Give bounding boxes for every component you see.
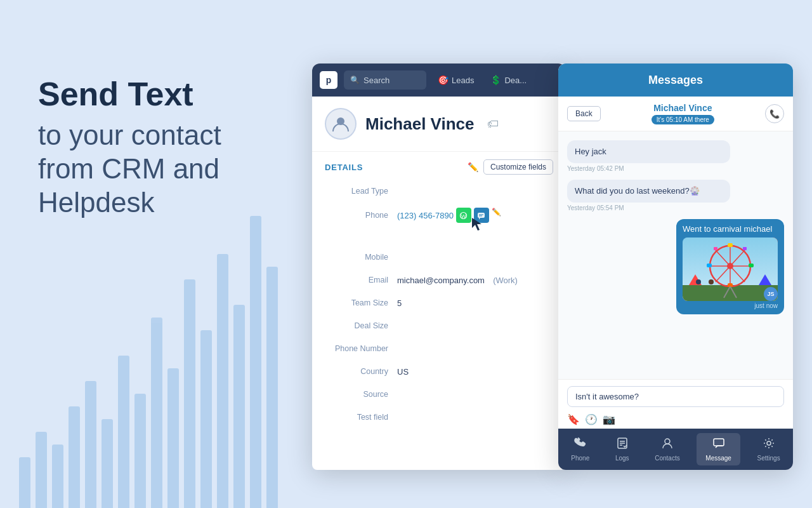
chat-message-2: What did you do last weekend?🎡 Yesterday…	[567, 180, 784, 211]
svg-rect-20	[743, 247, 747, 250]
field-country: Country US	[312, 360, 566, 383]
customize-fields-button[interactable]: Customize fields	[483, 159, 553, 175]
svg-rect-15	[728, 243, 733, 247]
details-label: DETAILS	[325, 163, 363, 172]
nav-message-label: Message	[705, 455, 731, 462]
field-value-email: michael@company.com (Work)	[397, 276, 518, 285]
nav-phone[interactable]: Phone	[562, 433, 598, 465]
back-button[interactable]: Back	[567, 106, 601, 121]
message-nav-icon	[712, 437, 725, 453]
messages-window: Messages Back Michael Vince It's 05:10 A…	[558, 64, 793, 470]
messages-title: Messages	[648, 74, 703, 87]
field-value-country: US	[397, 367, 409, 377]
chat-text-2: What did you do last weekend?🎡	[575, 186, 700, 196]
crm-window: p 🔍 Search 🎯 Leads 💲 Dea... Michael Vinc…	[312, 64, 566, 470]
nav-phone-label: Phone	[571, 455, 589, 462]
contact-header: Michael Vince 🏷	[312, 97, 566, 152]
crm-search-bar[interactable]: 🔍 Search	[344, 70, 426, 90]
message-input[interactable]	[567, 386, 784, 407]
field-label-email: Email	[325, 276, 388, 284]
whatsapp-icon[interactable]: W	[456, 208, 471, 223]
msg-contact-name: Michael Vince	[652, 103, 714, 113]
nav-item-deals[interactable]: 💲 Dea...	[485, 72, 532, 88]
contact-name: Michael Vince	[365, 114, 475, 134]
svg-rect-32	[714, 439, 724, 446]
tag-icon: 🏷	[487, 117, 499, 131]
clock-tool-icon[interactable]: 🕐	[585, 413, 598, 425]
nav-contacts[interactable]: Contacts	[646, 433, 688, 465]
field-label-test: Test field	[325, 413, 388, 422]
field-test: Test field	[312, 406, 566, 429]
hero-title-bold: Send Text	[38, 76, 292, 112]
field-value-phone: (123) 456-7890	[397, 211, 454, 220]
nav-contacts-label: Contacts	[655, 455, 679, 462]
field-team-size: Team Size 5	[312, 291, 566, 314]
nav-message[interactable]: Message	[697, 433, 740, 465]
nav-deals-label: Dea...	[504, 76, 527, 85]
chat-time-2: Yesterday 05:54 PM	[567, 204, 784, 211]
field-phone-number: Phone Number	[312, 337, 566, 360]
svg-point-33	[767, 441, 771, 445]
hero-section: Send Text to your contactfrom CRM andHel…	[38, 76, 292, 220]
field-label-source: Source	[325, 390, 388, 399]
contacts-nav-icon	[661, 437, 674, 453]
chat-bubble-received-2: What did you do last weekend?🎡	[567, 180, 730, 203]
svg-rect-19	[714, 247, 717, 250]
chat-time-1: Yesterday 05:42 PM	[567, 165, 784, 172]
nav-logs[interactable]: Logs	[606, 433, 638, 465]
edit-button[interactable]: ✏️	[468, 162, 478, 172]
details-header: DETAILS ✏️ Customize fields	[312, 152, 566, 180]
nav-item-leads[interactable]: 🎯 Leads	[433, 72, 479, 88]
svg-text:W: W	[461, 213, 466, 219]
sms-icon[interactable]	[474, 208, 489, 223]
message-toolbar: 🔖 🕐 📷	[567, 412, 784, 427]
contact-info-header: Michael Vince It's 05:10 AM there	[652, 103, 714, 124]
chat-message-3: Went to carnival michael	[567, 219, 784, 314]
svg-rect-3	[478, 213, 485, 218]
svg-rect-6	[479, 215, 482, 216]
field-label-phone-number: Phone Number	[325, 344, 388, 353]
avatar	[325, 108, 357, 140]
nav-settings-label: Settings	[757, 455, 780, 462]
nav-logs-label: Logs	[615, 455, 629, 462]
svg-marker-4	[479, 218, 480, 220]
chat-time-3: just now	[683, 302, 778, 309]
phone-action-icons: W ✏️	[456, 208, 501, 223]
crm-navbar: p 🔍 Search 🎯 Leads 💲 Dea...	[312, 64, 566, 97]
svg-rect-17	[707, 264, 712, 267]
chat-bubble-sent-image: Went to carnival michael	[676, 219, 784, 314]
svg-rect-18	[749, 264, 754, 267]
messages-subheader: Back Michael Vince It's 05:10 AM there 📞	[558, 97, 793, 131]
nav-settings[interactable]: Settings	[749, 433, 789, 465]
field-label-mobile: Mobile	[325, 253, 388, 262]
phone-nav-icon	[574, 437, 587, 453]
chat-text-1: Hey jack	[575, 147, 606, 156]
bookmark-tool-icon[interactable]: 🔖	[567, 413, 580, 425]
field-label-deal-size: Deal Size	[325, 321, 388, 330]
call-button[interactable]: 📞	[765, 104, 784, 123]
details-actions: ✏️ Customize fields	[468, 159, 553, 175]
search-placeholder: Search	[363, 76, 390, 85]
field-source: Source	[312, 383, 566, 406]
camera-tool-icon[interactable]: 📷	[603, 413, 615, 425]
search-icon: 🔍	[350, 76, 360, 84]
field-label-country: Country	[325, 367, 388, 376]
nav-leads-label: Leads	[452, 76, 474, 85]
dollar-icon: 💲	[490, 75, 501, 85]
field-label-phone: Phone	[325, 211, 388, 220]
settings-nav-icon	[763, 437, 775, 453]
field-phone: Phone (123) 456-7890 W ✏️	[312, 203, 566, 228]
chat-message-1: Hey jack Yesterday 05:42 PM	[567, 140, 784, 172]
field-email: Email michael@company.com (Work)	[312, 269, 566, 291]
svg-point-26	[709, 279, 714, 284]
crm-logo: p	[320, 71, 337, 89]
svg-point-31	[665, 439, 670, 444]
chat-bubble-received-1: Hey jack	[567, 140, 730, 163]
chat-area[interactable]: Hey jack Yesterday 05:42 PM What did you…	[558, 131, 793, 379]
bottom-navigation: Phone Logs Contacts Message Settings	[558, 429, 793, 470]
field-deal-size: Deal Size	[312, 314, 566, 337]
logs-nav-icon	[616, 437, 629, 453]
field-label-team-size: Team Size	[325, 298, 388, 307]
svg-rect-5	[479, 214, 483, 215]
phone-edit-icon[interactable]: ✏️	[492, 208, 501, 223]
